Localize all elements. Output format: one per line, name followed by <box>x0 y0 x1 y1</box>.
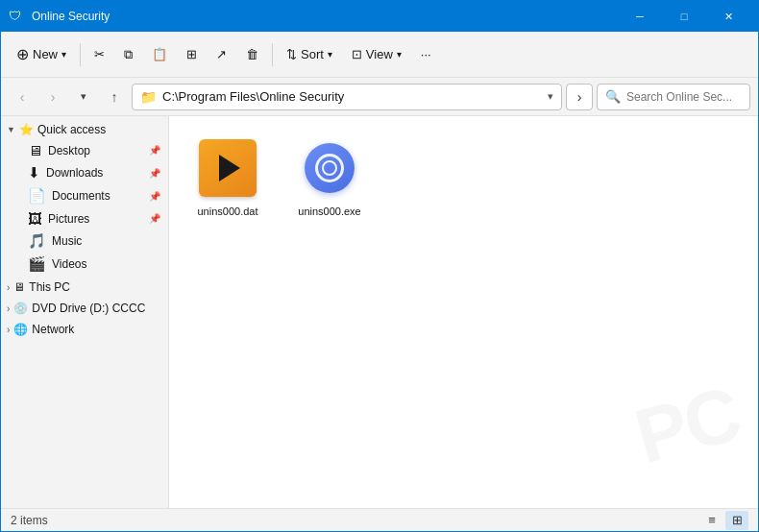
minimize-button[interactable]: ─ <box>618 1 662 32</box>
address-input[interactable] <box>162 89 542 104</box>
maximize-button[interactable]: □ <box>662 1 706 32</box>
move-icon: ⊞ <box>186 47 197 61</box>
grid-view-button[interactable]: ⊞ <box>725 511 748 530</box>
pictures-icon: 🖼 <box>28 210 42 227</box>
window-controls: ─ □ ✕ <box>618 1 750 32</box>
sidebar-item-pictures-label: Pictures <box>48 212 89 226</box>
address-dropdown-icon[interactable]: ▾ <box>548 90 553 103</box>
toolbar-separator-2 <box>272 43 273 66</box>
up-button[interactable]: ↑ <box>101 84 128 110</box>
folder-icon: 📁 <box>140 89 157 105</box>
exe-shield-inner <box>315 154 344 182</box>
dvd-icon: 💿 <box>13 302 28 315</box>
network-expand-icon: › <box>7 325 10 335</box>
view-controls: ≡ ⊞ <box>700 511 748 530</box>
file-item-dat[interactable]: unins000.dat <box>184 132 271 224</box>
window-title: Online Security <box>32 10 618 23</box>
new-button[interactable]: ⊕ New ▾ <box>9 37 74 72</box>
exe-file-icon <box>301 139 358 197</box>
paste-button[interactable]: 📋 <box>144 37 175 72</box>
quick-access-label: Quick access <box>37 123 106 136</box>
recent-button[interactable]: ▾ <box>70 84 97 110</box>
sort-label: Sort <box>301 47 324 61</box>
close-button[interactable]: ✕ <box>706 1 750 32</box>
new-chevron-icon: ▾ <box>61 49 66 60</box>
search-box[interactable]: 🔍 <box>597 84 750 110</box>
sidebar-item-videos-label: Videos <box>52 257 86 271</box>
view-label: View <box>366 47 393 61</box>
cut-icon: ✂ <box>94 47 105 61</box>
sort-icon: ⇅ <box>286 47 297 61</box>
view-chevron-icon: ▾ <box>397 49 402 60</box>
dat-file-name: unins000.dat <box>198 205 258 218</box>
documents-icon: 📄 <box>28 187 46 205</box>
sidebar-thispc-header[interactable]: › 🖥 This PC <box>1 278 168 297</box>
exe-shield-icon <box>305 143 355 193</box>
sidebar-item-music-label: Music <box>52 234 82 248</box>
file-item-exe[interactable]: unins000.exe <box>286 132 373 224</box>
list-view-button[interactable]: ≡ <box>700 511 723 530</box>
sidebar-item-music[interactable]: 🎵 Music <box>1 230 168 253</box>
move-button[interactable]: ⊞ <box>179 37 205 72</box>
paste-icon: 📋 <box>152 47 167 61</box>
sidebar-dvd-header[interactable]: › 💿 DVD Drive (D:) CCCC <box>1 299 168 318</box>
navigate-button[interactable]: › <box>566 84 593 110</box>
share-button[interactable]: ↗ <box>208 37 234 72</box>
sidebar-network-header[interactable]: › 🌐 Network <box>1 320 168 339</box>
collapse-icon: ▼ <box>7 125 15 134</box>
sidebar-item-desktop-label: Desktop <box>48 144 90 157</box>
quick-access-star-icon: ⭐ <box>19 123 34 136</box>
exe-file-name: unins000.exe <box>298 205 360 218</box>
share-icon: ↗ <box>216 47 227 61</box>
status-count: 2 items <box>11 514 48 527</box>
sidebar-item-downloads-label: Downloads <box>46 166 103 180</box>
desktop-icon: 🖥 <box>28 142 42 158</box>
music-icon: 🎵 <box>28 232 46 250</box>
delete-button[interactable]: 🗑 <box>238 37 266 72</box>
address-input-container[interactable]: 📁 ▾ <box>132 84 562 110</box>
dvd-label: DVD Drive (D:) CCCC <box>32 302 145 315</box>
network-icon: 🌐 <box>13 323 28 336</box>
sidebar-item-desktop[interactable]: 🖥 Desktop <box>1 139 168 161</box>
search-icon: 🔍 <box>605 89 621 104</box>
new-icon: ⊕ <box>16 45 29 63</box>
sidebar-quick-access-header[interactable]: ▼ ⭐ Quick access <box>1 120 168 139</box>
delete-icon: 🗑 <box>246 47 258 61</box>
watermark: PC <box>626 370 748 482</box>
view-button[interactable]: ⊡ View ▾ <box>344 37 409 72</box>
address-bar: ‹ › ▾ ↑ 📁 ▾ › 🔍 <box>1 78 758 116</box>
status-bar: 2 items ≡ ⊞ <box>1 508 758 531</box>
sidebar-item-pictures[interactable]: 🖼 Pictures <box>1 207 168 230</box>
dat-file-icon <box>199 139 257 197</box>
dvd-expand-icon: › <box>7 303 10 314</box>
sidebar-item-downloads[interactable]: ⬇ Downloads <box>1 161 168 184</box>
main-window: 🛡 Online Security ─ □ ✕ ⊕ New ▾ ✂ ⧉ 📋 ⊞ … <box>0 0 759 532</box>
files-grid: unins000.dat unins000.exe <box>184 132 743 224</box>
back-button[interactable]: ‹ <box>9 84 36 110</box>
copy-button[interactable]: ⧉ <box>116 37 140 72</box>
toolbar: ⊕ New ▾ ✂ ⧉ 📋 ⊞ ↗ 🗑 ⇅ Sort ▾ ⊡ <box>1 32 758 78</box>
search-input[interactable] <box>626 90 759 104</box>
new-label: New <box>33 47 58 61</box>
file-area: PC unins000.dat <box>169 116 758 508</box>
more-button[interactable]: ··· <box>413 37 439 72</box>
title-bar: 🛡 Online Security ─ □ ✕ <box>1 1 758 32</box>
sidebar-item-documents[interactable]: 📄 Documents <box>1 184 168 207</box>
cut-button[interactable]: ✂ <box>86 37 112 72</box>
play-icon <box>219 155 240 181</box>
sidebar: ▼ ⭐ Quick access 🖥 Desktop ⬇ Downloads 📄… <box>1 116 169 508</box>
thispc-expand-icon: › <box>7 282 10 293</box>
downloads-icon: ⬇ <box>28 164 40 181</box>
sidebar-item-videos[interactable]: 🎬 Videos <box>1 253 168 276</box>
thispc-icon: 🖥 <box>13 280 25 294</box>
forward-button[interactable]: › <box>39 84 66 110</box>
videos-icon: 🎬 <box>28 255 46 273</box>
more-icon: ··· <box>421 47 431 61</box>
sort-button[interactable]: ⇅ Sort ▾ <box>279 37 340 72</box>
window-icon: 🛡 <box>9 9 24 24</box>
thispc-label: This PC <box>29 280 70 294</box>
content-area: ▼ ⭐ Quick access 🖥 Desktop ⬇ Downloads 📄… <box>1 116 758 508</box>
exe-file-icon-wrap <box>299 137 360 199</box>
sort-chevron-icon: ▾ <box>328 49 332 60</box>
copy-icon: ⧉ <box>124 47 133 62</box>
